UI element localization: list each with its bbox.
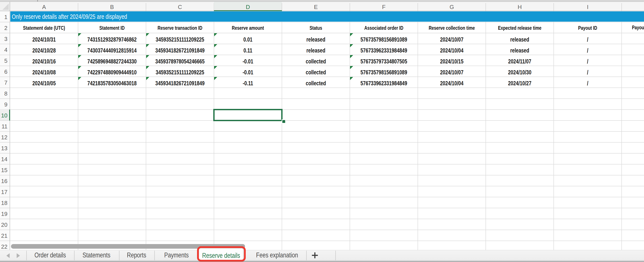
column-header-f[interactable]: F — [350, 2, 418, 11]
table-cell: 2024/10/04 — [426, 77, 478, 88]
table-cell: 7421835783050463018 — [86, 77, 138, 88]
column-header-a[interactable]: A — [10, 2, 78, 11]
next-sheet-arrow-icon[interactable] — [17, 253, 20, 258]
formula-bar-border-line — [0, 0, 644, 1]
row-header-18[interactable]: 18 — [0, 197, 10, 208]
gridline-horizontal — [10, 197, 644, 197]
selected-cell-outline[interactable] — [213, 109, 282, 121]
stored-as-text-flag-icon — [146, 55, 149, 58]
column-header-i[interactable]: I — [554, 2, 622, 11]
table-cell: 2024/10/07 — [426, 33, 478, 44]
stored-as-text-flag-icon — [78, 66, 81, 69]
stored-as-text-flag-icon — [78, 77, 81, 80]
gridline-horizontal — [10, 219, 644, 219]
stored-as-text-flag-icon — [214, 44, 217, 47]
table-cell: collected — [290, 77, 342, 88]
row-header-4[interactable]: 4 — [0, 44, 10, 55]
row-header-20[interactable]: 20 — [0, 219, 10, 230]
gridline-vertical — [554, 11, 554, 250]
row-header-right-border — [10, 11, 10, 250]
column-header-b[interactable]: B — [78, 2, 146, 11]
table-cell: 576733962331984849 — [358, 44, 410, 55]
table-cell: -0.01 — [222, 55, 274, 66]
header-top-border-line — [0, 1, 644, 2]
stored-as-text-flag-icon — [350, 33, 353, 36]
fill-handle[interactable] — [282, 120, 286, 124]
table-cell: 3459341826721091849 — [154, 77, 206, 88]
table-column-title-clipped: Payou — [632, 22, 644, 33]
table-cell: 2024/10/08 — [18, 66, 70, 77]
table-cell: / — [562, 33, 613, 44]
row-header-6[interactable]: 6 — [0, 66, 10, 77]
table-cell: / — [562, 55, 613, 66]
stored-as-text-flag-icon — [214, 33, 217, 36]
table-cell: released — [494, 44, 545, 55]
table-column-title: Reserve amount — [220, 22, 276, 33]
row-header-13[interactable]: 13 — [0, 142, 10, 153]
row-header-10[interactable]: 10 — [0, 110, 10, 121]
row-header-3[interactable]: 3 — [0, 33, 10, 44]
row-header-column: 12345678910111213141516171819202122 — [0, 11, 10, 250]
row-header-17[interactable]: 17 — [0, 186, 10, 197]
gridline-horizontal — [10, 186, 644, 186]
select-all-button[interactable] — [0, 2, 10, 11]
row-header-16[interactable]: 16 — [0, 175, 10, 186]
stored-as-text-flag-icon — [350, 44, 353, 47]
table-column-title: Reserve transaction ID — [152, 22, 208, 33]
column-header-h[interactable]: H — [486, 2, 554, 11]
table-column-title: Associated order ID — [356, 22, 412, 33]
row-header-21[interactable]: 21 — [0, 230, 10, 241]
row-header-8[interactable]: 8 — [0, 88, 10, 99]
gridline-horizontal — [10, 208, 644, 208]
table-cell: 3459341826721091849 — [154, 44, 206, 55]
sheet-tab-bar: Order detailsStatementsReportsPaymentsFe… — [0, 250, 644, 262]
gridline-horizontal — [10, 120, 644, 121]
table-cell: 576735798156891089 — [358, 33, 410, 44]
row-header-19[interactable]: 19 — [0, 208, 10, 219]
column-header-separator — [622, 3, 622, 11]
stored-as-text-flag-icon — [350, 77, 353, 80]
annotation-highlight-box — [197, 246, 246, 262]
gridline-horizontal — [10, 98, 644, 99]
column-header-c[interactable]: C — [146, 2, 214, 11]
row-header-5[interactable]: 5 — [0, 55, 10, 66]
row-header-12[interactable]: 12 — [0, 131, 10, 142]
table-column-title: Reserve collection time — [424, 22, 480, 33]
table-cell: 2024/10/05 — [18, 77, 70, 88]
table-cell: 2024/10/28 — [18, 44, 70, 55]
gridline-horizontal — [10, 230, 644, 230]
row-header-22[interactable]: 22 — [0, 241, 10, 250]
gridline-vertical — [486, 11, 486, 250]
table-cell: released — [290, 44, 342, 55]
gridline-horizontal — [10, 164, 644, 164]
gridline-horizontal — [10, 142, 644, 142]
table-cell: 3459378978054246665 — [154, 55, 206, 66]
table-cell: 2024/10/07 — [426, 66, 478, 77]
previous-sheet-arrow-icon[interactable] — [6, 253, 10, 258]
gridline-horizontal — [10, 153, 644, 153]
stored-as-text-flag-icon — [78, 33, 81, 36]
table-cell: 3459352151111209225 — [154, 33, 206, 44]
table-cell: collected — [290, 55, 342, 66]
gridline-vertical — [282, 11, 282, 250]
row-header-1[interactable]: 1 — [0, 11, 10, 22]
table-cell: 2024/10/27 — [494, 77, 545, 88]
column-header-e[interactable]: E — [282, 2, 350, 11]
column-header-bottom-border — [0, 11, 644, 11]
row-header-14[interactable]: 14 — [0, 153, 10, 164]
column-header-d[interactable]: D — [214, 2, 282, 11]
row-header-11[interactable]: 11 — [0, 121, 10, 131]
row-header-7[interactable]: 7 — [0, 77, 10, 88]
notice-banner-text: Only reserve details after 2024/09/25 ar… — [12, 13, 127, 20]
row-header-2[interactable]: 2 — [0, 22, 10, 33]
row-header-15[interactable]: 15 — [0, 164, 10, 175]
row-header-9[interactable]: 9 — [0, 99, 10, 110]
tab-payments[interactable]: Payments — [148, 250, 205, 261]
add-sheet-button[interactable] — [309, 250, 320, 261]
formula-bar-bottom-edge — [0, 0, 644, 2]
column-header-g[interactable]: G — [418, 2, 486, 11]
tab-fees-explanation[interactable]: Fees explanation — [248, 250, 305, 261]
table-column-title: Statement date (UTC) — [16, 22, 72, 33]
stored-as-text-flag-icon — [146, 44, 149, 47]
table-cell: -0.11 — [222, 77, 274, 88]
